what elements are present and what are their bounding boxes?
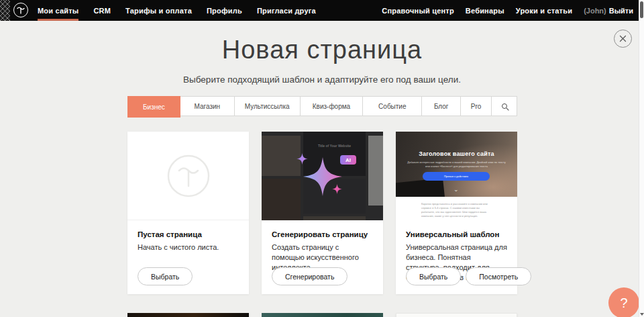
- app-window: Мои сайты CRM Тарифы и оплата Профиль Пр…: [0, 0, 644, 317]
- main-menu: Мои сайты CRM Тарифы и оплата Профиль Пр…: [38, 0, 316, 21]
- card-title: Сгенерировать страницу: [272, 230, 373, 238]
- tab-multilink[interactable]: Мультиссылка: [235, 97, 301, 116]
- nav-profile[interactable]: Профиль: [207, 0, 242, 21]
- choose-universal-button[interactable]: Выбрать: [406, 267, 461, 285]
- preview-headline: Заголовок вашего сайта: [396, 150, 517, 157]
- choose-blank-button[interactable]: Выбрать: [138, 267, 193, 285]
- user-name: (John): [584, 7, 606, 15]
- card-title: Универсальный шаблон: [406, 230, 507, 238]
- template-card-ai[interactable]: Title of Your Website AI: [262, 132, 383, 294]
- top-navbar: Мои сайты CRM Тарифы и оплата Профиль Пр…: [0, 0, 644, 21]
- scrollbar-down-arrow[interactable]: [640, 313, 644, 316]
- page-subtitle: Выберите подходящий шаблон и адаптируйте…: [0, 75, 644, 85]
- preview-hero: Заголовок вашего сайта Добавьте интересн…: [396, 132, 517, 197]
- card-title: Пустая страница: [138, 230, 239, 238]
- tab-business[interactable]: Бизнес: [127, 96, 180, 118]
- secondary-menu: Справочный центр Вебинары Уроки и статьи…: [382, 0, 633, 21]
- small-sparkle-icon: [332, 184, 342, 194]
- tilda-watermark-icon: [167, 154, 210, 197]
- help-button[interactable]: ?: [608, 287, 639, 317]
- tab-shop[interactable]: Магазин: [180, 97, 235, 116]
- window-edge-pattern: [0, 0, 10, 21]
- scrollbar[interactable]: [639, 0, 644, 317]
- template-category-tabs: Бизнес Магазин Мультиссылка Квиз-форма С…: [127, 96, 517, 116]
- tilda-logo[interactable]: [13, 3, 28, 17]
- scrollbar-thumb[interactable]: [640, 1, 643, 18]
- universal-template-preview: Заголовок вашего сайта Добавьте интересн…: [396, 132, 517, 220]
- template-card-partial[interactable]: [127, 313, 249, 317]
- card-description: Начать с чистого листа.: [138, 242, 239, 253]
- tab-blog[interactable]: Блог: [422, 97, 461, 116]
- tab-search[interactable]: [492, 97, 517, 116]
- nav-tariffs[interactable]: Тарифы и оплата: [125, 0, 192, 21]
- template-card-blank[interactable]: Пустая страница Начать с чистого листа. …: [127, 132, 249, 294]
- chevron-down-icon: ⌄: [453, 187, 459, 192]
- preview-universal-button[interactable]: Посмотреть: [466, 267, 531, 285]
- nav-lessons[interactable]: Уроки и статьи: [516, 0, 572, 21]
- nav-invite-friend[interactable]: Пригласи друга: [257, 0, 316, 21]
- tab-event[interactable]: Событие: [363, 97, 422, 116]
- template-card-partial[interactable]: [396, 313, 517, 317]
- search-icon: [502, 103, 507, 109]
- small-sparkle-icon: [297, 153, 308, 165]
- ai-template-preview: Title of Your Website AI: [262, 132, 383, 220]
- preview-subtext: Добавьте интересные подробности о вашей …: [406, 161, 507, 169]
- nav-my-sites[interactable]: Мои сайты: [38, 0, 78, 21]
- generate-button[interactable]: Сгенерировать: [272, 267, 347, 285]
- template-card-partial[interactable]: [262, 313, 383, 317]
- tilda-logo-icon: [16, 5, 25, 15]
- preview-body-section: Коротко представьтесь и расскажите о ком…: [396, 197, 517, 220]
- blank-template-preview: [127, 132, 249, 220]
- tab-quiz-form[interactable]: Квиз-форма: [301, 97, 364, 116]
- laptop-shape: [396, 178, 445, 197]
- page-title: Новая страница: [0, 36, 644, 64]
- preview-cta-button: Призыв к действию: [423, 172, 490, 181]
- preview-body-text: Коротко представьтесь и расскажите о ком…: [421, 202, 494, 218]
- nav-webinars[interactable]: Вебинары: [466, 0, 504, 21]
- user-session: (John) Выйти: [584, 0, 633, 21]
- nav-help-center[interactable]: Справочный центр: [382, 0, 454, 21]
- tab-pro[interactable]: Pro: [461, 97, 492, 116]
- logout-link[interactable]: Выйти: [609, 7, 633, 15]
- ai-badge: AI: [340, 155, 356, 165]
- nav-crm[interactable]: CRM: [93, 0, 111, 21]
- template-card-universal[interactable]: Заголовок вашего сайта Добавьте интересн…: [396, 132, 517, 294]
